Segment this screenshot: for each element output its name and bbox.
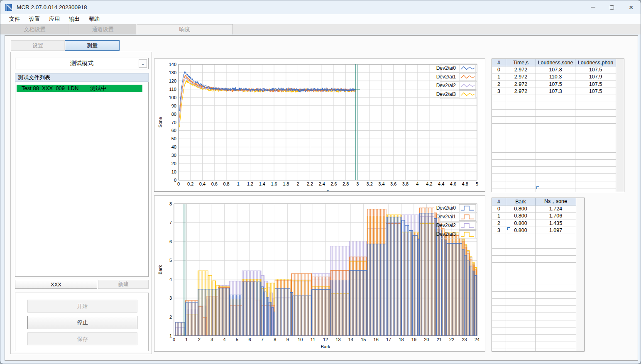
maximize-button[interactable] — [602, 0, 621, 14]
table-cell[interactable] — [506, 234, 536, 241]
table-cell[interactable] — [536, 167, 575, 174]
table-cell[interactable] — [506, 313, 536, 320]
table-cell[interactable] — [506, 145, 536, 152]
table-cell[interactable] — [506, 292, 536, 299]
table-cell[interactable]: 0.800 — [506, 227, 536, 234]
table-cell[interactable] — [536, 145, 575, 152]
table-cell[interactable]: 2.972 — [506, 88, 536, 95]
table-cell[interactable]: 0.800 — [506, 220, 536, 227]
table-cell[interactable]: 2 — [492, 81, 506, 88]
table-cell[interactable] — [492, 256, 506, 263]
menu-item-1[interactable]: 设置 — [24, 14, 44, 24]
table-cell[interactable] — [506, 110, 536, 117]
table-cell[interactable] — [506, 160, 536, 167]
table-cell[interactable] — [536, 160, 575, 167]
table-cell[interactable] — [492, 153, 506, 160]
table-cell[interactable]: 107.3 — [536, 88, 575, 95]
table-cell[interactable]: 1.706 — [536, 213, 576, 220]
table-cell[interactable]: 107.5 — [575, 66, 616, 73]
table-cell[interactable] — [536, 102, 575, 109]
table-cell[interactable] — [575, 188, 616, 192]
table-cell[interactable] — [506, 299, 536, 306]
table-cell[interactable] — [575, 181, 616, 188]
table-cell[interactable] — [536, 110, 575, 117]
table-cell[interactable] — [506, 263, 536, 270]
table-cell[interactable]: 2.972 — [506, 73, 536, 81]
table-cell[interactable] — [536, 342, 576, 349]
table-cell[interactable]: 107.5 — [575, 88, 616, 95]
menu-item-3[interactable]: 输出 — [64, 14, 84, 24]
test-mode-dropdown[interactable]: 测试模式 ⌄ — [15, 58, 149, 69]
table-cell[interactable] — [492, 95, 506, 102]
table-cell[interactable] — [536, 320, 576, 327]
xxx-button[interactable]: XXX — [15, 280, 97, 289]
table-cell[interactable] — [492, 124, 506, 131]
table-cell[interactable] — [506, 188, 536, 192]
table-cell[interactable] — [506, 95, 536, 102]
table-cell[interactable] — [575, 117, 616, 124]
table-cell[interactable] — [536, 117, 575, 124]
table-cell[interactable] — [536, 292, 576, 299]
table-cell[interactable] — [536, 153, 575, 160]
table-cell[interactable] — [492, 335, 506, 342]
table-cell[interactable] — [492, 284, 506, 291]
table-cell[interactable] — [506, 256, 536, 263]
bark-spectrum-chart[interactable]: 0123456789101112131415161718192021222324… — [154, 195, 485, 352]
table-cell[interactable] — [536, 284, 576, 291]
table-cell[interactable] — [506, 249, 536, 256]
table-cell[interactable] — [536, 313, 576, 320]
table-cell[interactable] — [536, 131, 575, 138]
close-button[interactable]: ✕ — [621, 0, 641, 14]
table-cell[interactable] — [492, 138, 506, 145]
tab-0[interactable]: 文档设置 — [0, 24, 69, 34]
table-cell[interactable] — [536, 249, 576, 256]
table-cell[interactable]: 1.435 — [536, 220, 576, 227]
table-cell[interactable] — [506, 153, 536, 160]
table-cell[interactable] — [575, 131, 616, 138]
table-cell[interactable] — [575, 138, 616, 145]
table-cell[interactable] — [575, 174, 616, 181]
subtab-measure-button[interactable]: 测量 — [65, 40, 120, 51]
table-cell[interactable] — [536, 256, 576, 263]
table-cell[interactable] — [536, 299, 576, 306]
table-cell[interactable] — [506, 181, 536, 188]
tab-1[interactable]: 通道设置 — [69, 24, 137, 34]
table-cell[interactable]: 0 — [492, 66, 506, 73]
loudness-time-chart[interactable]: 00.20.40.60.811.21.41.61.822.22.42.62.83… — [154, 59, 485, 192]
table-cell[interactable] — [506, 277, 536, 284]
table-cell[interactable] — [536, 241, 576, 248]
table-cell[interactable] — [536, 335, 576, 342]
table-cell[interactable]: 107.5 — [536, 81, 575, 88]
table-cell[interactable] — [575, 124, 616, 131]
table-cell[interactable] — [575, 153, 616, 160]
table-cell[interactable]: 2 — [492, 220, 506, 227]
table-cell[interactable] — [536, 349, 576, 352]
table-cell[interactable] — [506, 327, 536, 335]
table-cell[interactable] — [536, 234, 576, 241]
table-cell[interactable] — [536, 174, 575, 181]
table-cell[interactable] — [575, 110, 616, 117]
table-cell[interactable] — [506, 306, 536, 313]
table-cell[interactable] — [492, 327, 506, 335]
table-cell[interactable] — [575, 145, 616, 152]
table-cell[interactable] — [492, 241, 506, 248]
table-cell[interactable] — [536, 263, 576, 270]
table-cell[interactable] — [575, 160, 616, 167]
table-cell[interactable] — [492, 277, 506, 284]
stop-button[interactable]: 停止 — [27, 316, 137, 329]
table-cell[interactable] — [536, 306, 576, 313]
table-cell[interactable] — [575, 95, 616, 102]
table-cell[interactable] — [492, 270, 506, 277]
table-cell[interactable]: 107.9 — [575, 73, 616, 81]
table-cell[interactable] — [492, 174, 506, 181]
table-cell[interactable] — [492, 131, 506, 138]
table-cell[interactable] — [492, 234, 506, 241]
table-cell[interactable] — [575, 167, 616, 174]
table-cell[interactable]: 0 — [492, 205, 506, 213]
table-cell[interactable] — [492, 320, 506, 327]
chevron-down-icon[interactable]: ⌄ — [139, 59, 147, 68]
table-cell[interactable] — [506, 102, 536, 109]
table-cell[interactable]: 0.800 — [506, 205, 536, 213]
table-cell[interactable] — [492, 306, 506, 313]
table-cell[interactable] — [506, 349, 536, 352]
